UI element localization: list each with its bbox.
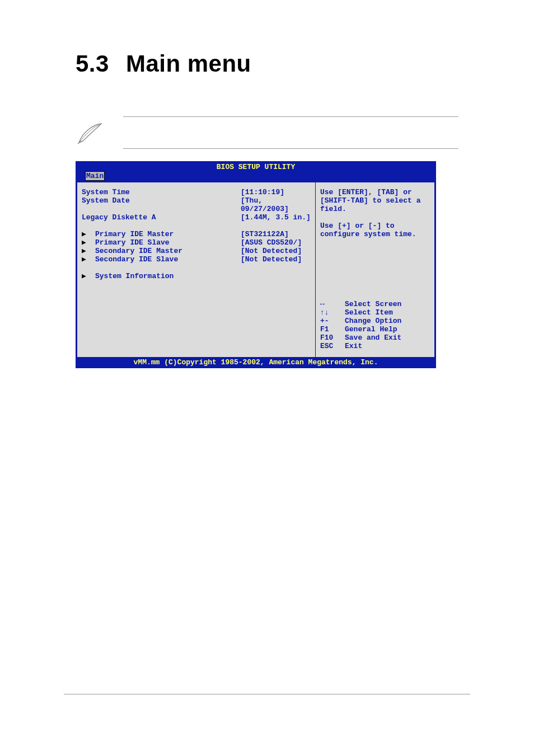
label: System Time: [82, 188, 241, 196]
triangle-right-icon: ▶: [82, 272, 95, 280]
nav-label: Save and Exit: [345, 334, 401, 342]
nav-key: F1: [320, 325, 345, 334]
bios-panel: BIOS SETUP UTILITY Main System Time [11:…: [76, 161, 436, 368]
bios-nav-legend: ↔Select Screen ↑↓Select Item +-Change Op…: [320, 300, 430, 350]
row-primary-ide-slave[interactable]: ▶ Primary IDE Slave [ASUS CDS520/]: [82, 238, 311, 247]
bios-title: BIOS SETUP UTILITY: [77, 162, 435, 172]
nav-row: F1General Help: [320, 325, 430, 334]
nav-row: ↑↓Select Item: [320, 308, 430, 317]
label: Secondary IDE Slave: [95, 255, 241, 264]
nav-key: ESC: [320, 342, 345, 350]
nav-label: Exit: [345, 342, 362, 350]
nav-key: ↑↓: [320, 308, 345, 317]
value: [Thu, 09/27/2003]: [241, 196, 311, 213]
label: System Information: [95, 272, 241, 280]
heading-number: 5.3: [76, 50, 109, 77]
value: [1.44M, 3.5 in.]: [241, 213, 311, 222]
nav-row: +-Change Option: [320, 317, 430, 325]
row-system-date[interactable]: System Date [Thu, 09/27/2003]: [82, 196, 311, 213]
help-line: Use [+] or [-] to: [320, 222, 430, 230]
triangle-right-icon: ▶: [82, 247, 95, 255]
nav-row: ESCExit: [320, 342, 430, 350]
bios-tab-main[interactable]: Main: [85, 171, 105, 181]
quill-icon: [76, 121, 104, 148]
nav-row: F10Save and Exit: [320, 334, 430, 342]
page-heading: 5.3Main menu: [76, 50, 458, 77]
bios-help-pane: Use [ENTER], [TAB] or [SHIFT-TAB] to sel…: [315, 182, 435, 358]
row-secondary-ide-slave[interactable]: ▶ Secondary IDE Slave [Not Detected]: [82, 255, 311, 264]
nav-label: Select Item: [345, 308, 393, 317]
value: [Not Detected]: [241, 255, 302, 264]
triangle-right-icon: ▶: [82, 238, 95, 247]
nav-key: ↔: [320, 300, 345, 308]
triangle-right-icon: ▶: [82, 255, 95, 264]
value: [11:10:19]: [241, 188, 284, 196]
nav-row: ↔Select Screen: [320, 300, 430, 308]
nav-key: F10: [320, 334, 345, 342]
triangle-right-icon: ▶: [82, 230, 95, 238]
label: System Date: [82, 196, 241, 213]
footer-rule: [64, 694, 470, 694]
bios-main-pane: System Time [11:10:19] System Date [Thu,…: [77, 182, 315, 358]
help-line: [SHIFT-TAB] to select a: [320, 196, 430, 205]
row-primary-ide-master[interactable]: ▶ Primary IDE Master [ST321122A]: [82, 230, 311, 238]
row-system-information[interactable]: ▶ System Information: [82, 272, 311, 280]
row-legacy-diskette[interactable]: Legacy Diskette A [1.44M, 3.5 in.]: [82, 213, 311, 222]
value: [Not Detected]: [241, 247, 302, 255]
row-secondary-ide-master[interactable]: ▶ Secondary IDE Master [Not Detected]: [82, 247, 311, 255]
nav-label: Select Screen: [345, 300, 401, 308]
label: Legacy Diskette A: [82, 213, 241, 222]
help-line: configure system time.: [320, 230, 430, 238]
nav-label: Change Option: [345, 317, 401, 325]
label: Primary IDE Slave: [95, 238, 241, 247]
label: Secondary IDE Master: [95, 247, 241, 255]
value: [ST321122A]: [241, 230, 289, 238]
value: [ASUS CDS520/]: [241, 238, 302, 247]
label: Primary IDE Master: [95, 230, 241, 238]
nav-label: General Help: [345, 325, 397, 334]
row-system-time[interactable]: System Time [11:10:19]: [82, 188, 311, 196]
bios-footer: vMM.mm (C)Copyright 1985-2002, American …: [77, 358, 435, 367]
help-line: Use [ENTER], [TAB] or: [320, 188, 430, 196]
bios-tab-bar: Main: [77, 172, 435, 182]
help-line: field.: [320, 205, 430, 213]
nav-key: +-: [320, 317, 345, 325]
note-block: [123, 116, 458, 149]
heading-title: Main menu: [126, 50, 251, 77]
